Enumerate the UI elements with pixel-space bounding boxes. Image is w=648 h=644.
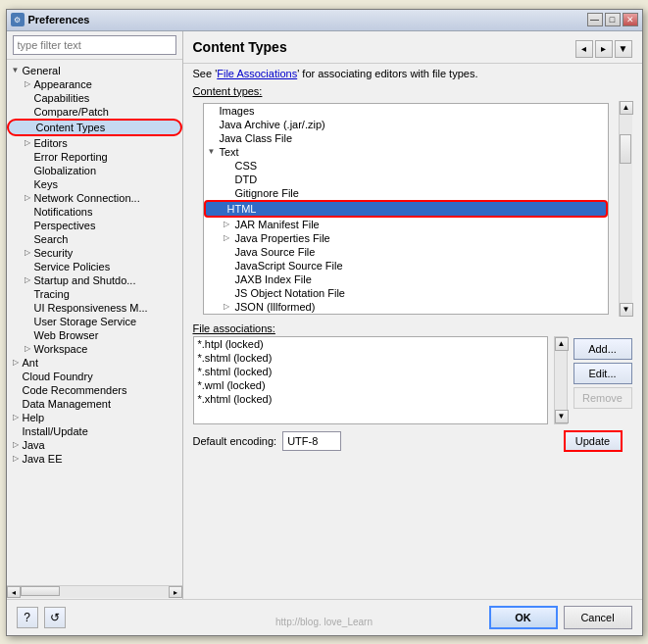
fa-shtml1[interactable]: *.shtml (locked)	[194, 351, 547, 365]
content-types-list[interactable]: Images Java Archive (.jar/.zip) Java Cla…	[203, 103, 609, 315]
tree-item-security[interactable]: ▷ Security	[7, 246, 182, 260]
tree-item-capabilities[interactable]: Capabilities	[7, 91, 182, 105]
tree-item-data-mgmt[interactable]: Data Management	[7, 397, 182, 411]
ct-dtd[interactable]: DTD	[204, 173, 608, 186]
ct-jaxb[interactable]: JAXB Index File	[204, 272, 608, 286]
nav-back-btn[interactable]: ◂	[575, 40, 593, 58]
ct-arrow-jso	[224, 288, 233, 297]
tree-item-java-ee[interactable]: ▷ Java EE	[7, 452, 182, 466]
remove-button[interactable]: Remove	[573, 387, 632, 409]
tree-label-service-policies: Service Policies	[34, 261, 111, 272]
ct-java-archive[interactable]: Java Archive (.jar/.zip)	[204, 118, 608, 131]
tree-item-startup[interactable]: ▷ Startup and Shutdo...	[7, 273, 182, 287]
tree-item-install[interactable]: Install/Update	[7, 424, 182, 438]
tree-item-globalization[interactable]: Globalization	[7, 164, 182, 177]
tree-item-user-storage[interactable]: User Storage Service	[7, 315, 182, 328]
tree-item-workspace[interactable]: ▷ Workspace	[7, 342, 182, 356]
ct-java-source[interactable]: Java Source File	[204, 245, 608, 259]
cancel-button[interactable]: Cancel	[564, 606, 632, 629]
tree-label-security: Security	[34, 247, 74, 259]
tree-label-appearance: Appearance	[34, 78, 92, 90]
ct-arrow-images	[208, 106, 218, 115]
ct-gitignore[interactable]: Gitignore File	[204, 186, 608, 200]
tree-item-ant[interactable]: ▷ Ant	[7, 356, 182, 370]
tree-label-error-reporting: Error Reporting	[34, 151, 108, 163]
sb-up-btn[interactable]: ▲	[620, 101, 633, 115]
tree-item-general[interactable]: ▼ General	[7, 64, 182, 77]
tree-item-java[interactable]: ▷ Java	[7, 438, 182, 452]
tree-label-data-mgmt: Data Management	[23, 398, 112, 410]
arrow-install	[11, 426, 21, 435]
tree-item-service-policies[interactable]: Service Policies	[7, 260, 182, 273]
ct-json-ill[interactable]: ▷ JSON (Illformed)	[204, 300, 608, 314]
ok-button[interactable]: OK	[489, 606, 558, 629]
tree-item-content-types[interactable]: Content Types	[7, 119, 182, 136]
tree-item-web-browser[interactable]: Web Browser	[7, 328, 182, 342]
file-assoc-scrollbar[interactable]: ▲ ▼	[554, 336, 568, 424]
tree-item-help[interactable]: ▷ Help	[7, 411, 182, 424]
update-button[interactable]: Update	[564, 430, 623, 452]
ct-html[interactable]: HTML	[204, 200, 608, 218]
bottom-bar: ? ↺ OK Cancel	[7, 599, 642, 635]
search-input[interactable]	[13, 35, 176, 55]
file-associations-link[interactable]: File Associations	[217, 68, 297, 79]
edit-button[interactable]: Edit...	[573, 363, 632, 384]
tree-item-compare[interactable]: Compare/Patch	[7, 105, 182, 119]
fa-sb-down[interactable]: ▼	[555, 410, 569, 423]
horizontal-scrollbar[interactable]: ◂ ▸	[7, 585, 182, 599]
nav-menu-btn[interactable]: ▼	[615, 40, 632, 58]
tree-item-ui-responsiveness[interactable]: UI Responsiveness M...	[7, 301, 182, 315]
ct-javascript[interactable]: JavaScript Source File	[204, 259, 608, 272]
arrow-error-reporting	[23, 152, 32, 161]
nav-fwd-btn[interactable]: ▸	[595, 40, 613, 58]
tree-item-code-recommenders[interactable]: Code Recommenders	[7, 383, 182, 397]
ct-images[interactable]: Images	[204, 104, 608, 118]
fa-htpl[interactable]: *.htpl (locked)	[194, 337, 547, 351]
main-content: ▼ General ▷ Appearance Capabilities Comp…	[7, 31, 642, 599]
fa-shtml2[interactable]: *.shtml (locked)	[194, 365, 547, 378]
scroll-left-btn[interactable]: ◂	[7, 586, 21, 598]
sb-down-btn[interactable]: ▼	[620, 303, 633, 317]
ct-jsp[interactable]: ▷ JSP	[204, 314, 608, 315]
tree-item-network[interactable]: ▷ Network Connection...	[7, 191, 182, 205]
fa-sb-up[interactable]: ▲	[555, 337, 569, 351]
help-icon-btn[interactable]: ?	[17, 607, 38, 628]
sb-thumb[interactable]	[620, 134, 631, 164]
arrow-capabilities	[23, 93, 32, 102]
tree-item-notifications[interactable]: Notifications	[7, 205, 182, 219]
scroll-right-btn[interactable]: ▸	[169, 586, 182, 598]
encoding-input[interactable]	[282, 431, 341, 451]
minimize-button[interactable]: —	[587, 13, 603, 26]
tree-item-perspectives[interactable]: Perspectives	[7, 219, 182, 232]
fa-xhtml[interactable]: *.xhtml (locked)	[194, 392, 547, 406]
fa-wml[interactable]: *.wml (locked)	[194, 378, 547, 392]
ct-js-object[interactable]: JS Object Notation File	[204, 286, 608, 300]
maximize-button[interactable]: □	[605, 13, 621, 26]
right-header: Content Types ◂ ▸ ▼	[183, 31, 642, 64]
ct-arrow-java-class	[208, 133, 218, 142]
tree-item-error-reporting[interactable]: Error Reporting	[7, 150, 182, 164]
tree-label-keys: Keys	[34, 178, 58, 190]
restore-btn[interactable]: ↺	[44, 607, 66, 628]
ct-java-props[interactable]: ▷ Java Properties File	[204, 231, 608, 245]
tree-item-keys[interactable]: Keys	[7, 177, 182, 191]
arrow-keys	[23, 179, 32, 188]
tree-item-tracing[interactable]: Tracing	[7, 287, 182, 301]
ct-jar-manifest[interactable]: ▷ JAR Manifest File	[204, 218, 608, 231]
close-button[interactable]: ✕	[623, 13, 638, 26]
tree-item-editors[interactable]: ▷ Editors	[7, 136, 182, 150]
content-types-scrollbar[interactable]: ▲ ▼	[619, 101, 632, 317]
tree-item-appearance[interactable]: ▷ Appearance	[7, 77, 182, 91]
file-assoc-label: File associations:	[193, 322, 632, 334]
ct-java-class[interactable]: Java Class File	[204, 131, 608, 145]
ct-css[interactable]: CSS	[204, 159, 608, 173]
scroll-thumb-h[interactable]	[21, 586, 60, 596]
file-assoc-list[interactable]: *.htpl (locked) *.shtml (locked) *.shtml…	[193, 336, 548, 424]
file-assoc-row: *.htpl (locked) *.shtml (locked) *.shtml…	[193, 336, 632, 424]
window-icon: ⚙	[11, 13, 25, 26]
tree-item-search[interactable]: Search	[7, 232, 182, 246]
ct-text[interactable]: ▼ Text	[204, 145, 608, 159]
tree-label-ant: Ant	[23, 357, 39, 369]
tree-item-cloud-foundry[interactable]: Cloud Foundry	[7, 370, 182, 383]
add-button[interactable]: Add...	[573, 338, 632, 360]
